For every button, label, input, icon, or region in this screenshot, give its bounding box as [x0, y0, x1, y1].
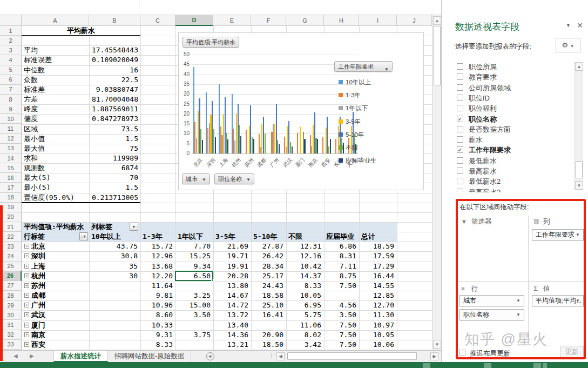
row-header-24[interactable]: 24: [0, 251, 22, 261]
row-label-sort-icon[interactable]: ↓▼: [79, 232, 88, 240]
column-header-B[interactable]: B: [89, 15, 140, 26]
field-item[interactable]: 最低薪水2: [449, 177, 573, 187]
sheet-tab-active[interactable]: 薪水描述统计: [53, 351, 108, 362]
row-header-26[interactable]: 26: [0, 271, 22, 281]
field-checkbox[interactable]: [457, 126, 463, 132]
field-checkbox[interactable]: [457, 63, 463, 70]
row-header-9[interactable]: 9: [0, 104, 22, 114]
legend-item[interactable]: 10年以上: [339, 78, 371, 86]
axis-field-button-2[interactable]: 职位名称 ▼: [214, 173, 254, 184]
view-normal-icon[interactable]: [423, 363, 430, 368]
add-sheet-icon[interactable]: +: [206, 352, 214, 360]
row-header-20[interactable]: 20: [0, 212, 22, 222]
expand-icon[interactable]: +: [24, 312, 29, 317]
expand-icon[interactable]: +: [24, 244, 29, 249]
fill-handle[interactable]: [211, 279, 214, 282]
tab-nav-right-icon[interactable]: ▶: [30, 353, 34, 359]
field-checkbox[interactable]: [457, 105, 463, 111]
scrollbar-thumb[interactable]: [576, 161, 583, 178]
update-button[interactable]: 更新: [560, 346, 584, 358]
row-header-27[interactable]: 27: [0, 281, 22, 291]
zoom-slider-icon[interactable]: [543, 363, 547, 368]
expand-icon[interactable]: +: [24, 273, 29, 278]
field-item[interactable]: ✓职位名称: [449, 115, 573, 125]
column-header-D[interactable]: D: [175, 15, 213, 26]
field-item[interactable]: 薪水: [449, 135, 573, 145]
row-header-23[interactable]: 23: [0, 242, 22, 251]
col-label-filter-icon[interactable]: ▼: [130, 223, 138, 231]
field-item[interactable]: 职位福利: [449, 104, 573, 114]
row-header-15[interactable]: 15: [0, 163, 22, 173]
scroll-right-icon[interactable]: ▶: [430, 352, 438, 360]
expand-icon[interactable]: +: [24, 253, 29, 258]
rows-area-field[interactable]: 职位名称▼: [459, 309, 524, 320]
column-header-A[interactable]: A: [22, 15, 89, 26]
field-checkbox[interactable]: [457, 84, 463, 91]
row-header-6[interactable]: 6: [0, 75, 22, 85]
legend-item[interactable]: 1年以下: [339, 104, 368, 112]
column-header-G[interactable]: G: [286, 15, 324, 26]
field-item[interactable]: 最高薪水2: [449, 188, 573, 192]
rows-area-field[interactable]: 城市▼: [459, 295, 524, 306]
column-header-H[interactable]: H: [324, 15, 359, 26]
row-header-5[interactable]: 5: [0, 65, 22, 75]
row-header-32[interactable]: 32: [0, 330, 22, 340]
scroll-up-icon[interactable]: ▲: [575, 62, 583, 71]
defer-checkbox[interactable]: [459, 350, 465, 356]
field-checkbox[interactable]: [457, 157, 463, 164]
grid-vertical-scrollbar[interactable]: ▲▼: [432, 15, 441, 350]
selected-cell[interactable]: [175, 271, 213, 281]
expand-icon[interactable]: +: [24, 283, 29, 288]
axis-field-button-1[interactable]: 城市 ▼: [182, 173, 210, 184]
field-item[interactable]: 最低薪水: [449, 156, 573, 166]
expand-icon[interactable]: +: [24, 342, 29, 347]
field-checkbox[interactable]: ✓: [457, 146, 463, 153]
field-checkbox[interactable]: [457, 189, 463, 192]
row-header-31[interactable]: 31: [0, 320, 22, 330]
legend-item[interactable]: 3-5年: [339, 118, 361, 126]
pivot-chart[interactable]: 50454035302520151050北京深圳上海杭州苏州成都广州武汉厦门南京…: [178, 32, 424, 190]
row-header-3[interactable]: 3: [0, 45, 22, 55]
row-header-30[interactable]: 30: [0, 310, 22, 320]
row-header-18[interactable]: 18: [0, 193, 22, 203]
expand-icon[interactable]: +: [24, 293, 29, 298]
field-checkbox[interactable]: [457, 95, 463, 101]
field-checkbox[interactable]: [457, 168, 463, 174]
row-header-10[interactable]: 10: [0, 114, 22, 124]
select-all-corner[interactable]: [0, 15, 22, 26]
row-header-11[interactable]: 11: [0, 124, 22, 134]
field-item[interactable]: 是否数据方面: [449, 125, 573, 135]
row-header-13[interactable]: 13: [0, 144, 22, 153]
row-header-28[interactable]: 28: [0, 291, 22, 300]
row-header-25[interactable]: 25: [0, 262, 22, 271]
field-item[interactable]: 公司所属领域: [449, 83, 573, 93]
scrollbar-thumb[interactable]: [434, 26, 441, 85]
legend-item[interactable]: 1-3年: [339, 91, 361, 99]
row-header-7[interactable]: 7: [0, 85, 22, 95]
field-item[interactable]: 职位ID: [449, 93, 573, 104]
columns-area-field[interactable]: 工作年限要求▼: [532, 229, 584, 240]
value-field-button[interactable]: 平均值项:平均薪水: [183, 37, 239, 48]
field-list-scrollbar[interactable]: ▲ ▼: [575, 62, 583, 190]
row-header-1[interactable]: 1: [0, 26, 22, 36]
row-header-4[interactable]: 4: [0, 55, 22, 65]
row-header-33[interactable]: 33: [0, 340, 22, 350]
scroll-down-icon[interactable]: ▼: [433, 340, 441, 349]
field-checkbox[interactable]: ✓: [457, 116, 463, 122]
field-item[interactable]: 最高薪水: [449, 166, 573, 177]
column-header-E[interactable]: E: [213, 15, 251, 26]
scroll-left-icon[interactable]: ◀: [276, 352, 285, 360]
sheet-tab-inactive[interactable]: 招聘网站数据-原始数据: [108, 351, 191, 362]
scroll-down-icon[interactable]: ▼: [575, 181, 583, 190]
column-header-C[interactable]: C: [140, 15, 175, 26]
row-header-12[interactable]: 12: [0, 134, 22, 144]
column-header-I[interactable]: I: [359, 15, 397, 26]
scroll-up-icon[interactable]: ▲: [433, 16, 441, 25]
column-header-J[interactable]: J: [397, 15, 432, 26]
field-item[interactable]: 教育要求: [449, 72, 573, 83]
row-header-14[interactable]: 14: [0, 153, 22, 163]
legend-item[interactable]: 应届毕业生: [339, 157, 377, 165]
row-header-2[interactable]: 2: [0, 36, 22, 45]
row-header-29[interactable]: 29: [0, 300, 22, 310]
expand-icon[interactable]: +: [24, 332, 29, 337]
